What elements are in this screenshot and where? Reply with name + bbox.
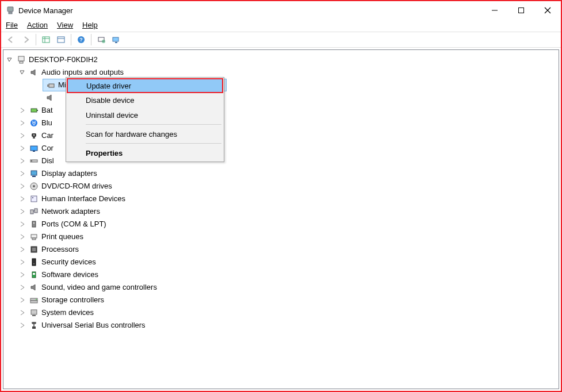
tree-category[interactable]: Network adapters bbox=[6, 205, 556, 218]
svg-rect-28 bbox=[33, 151, 35, 152]
chevron-right-icon[interactable] bbox=[18, 182, 26, 190]
menu-separator bbox=[86, 124, 221, 125]
chevron-right-icon[interactable] bbox=[18, 309, 26, 317]
svg-rect-32 bbox=[32, 176, 36, 177]
tree-root-label: DESKTOP-F0KDIH2 bbox=[29, 53, 98, 66]
maximize-button[interactable] bbox=[508, 2, 534, 19]
devices-button[interactable] bbox=[110, 33, 123, 46]
context-menu: Update driver Disable device Uninstall d… bbox=[66, 77, 224, 162]
svg-rect-42 bbox=[31, 235, 37, 238]
tree-category-label: Network adapters bbox=[41, 205, 100, 218]
menu-disable-device[interactable]: Disable device bbox=[67, 93, 223, 107]
scan-button[interactable] bbox=[95, 33, 108, 46]
tree-category[interactable]: Sound, video and game controllers bbox=[6, 281, 556, 294]
content-area: DESKTOP-F0KDIH2 Audio inputs and outputs… bbox=[3, 49, 559, 389]
toolbar-separator bbox=[36, 34, 36, 45]
properties-button[interactable] bbox=[55, 33, 67, 46]
chevron-right-icon[interactable] bbox=[18, 258, 26, 266]
menu-view[interactable]: View bbox=[57, 21, 73, 29]
chevron-down-icon[interactable] bbox=[6, 56, 14, 64]
svg-rect-22 bbox=[37, 110, 38, 111]
minimize-button[interactable] bbox=[481, 2, 508, 19]
svg-rect-31 bbox=[31, 171, 37, 175]
svg-rect-9 bbox=[58, 37, 64, 43]
chevron-right-icon[interactable] bbox=[18, 321, 26, 329]
tree-category[interactable]: Print queues bbox=[6, 230, 556, 243]
chevron-right-icon[interactable] bbox=[18, 132, 26, 140]
storage-icon bbox=[29, 295, 39, 305]
svg-rect-20 bbox=[47, 84, 49, 87]
toolbar-separator bbox=[71, 34, 71, 45]
svg-rect-19 bbox=[49, 84, 54, 87]
tree-category[interactable]: Universal Serial Bus controllers bbox=[6, 319, 556, 332]
svg-rect-53 bbox=[31, 310, 37, 314]
svg-rect-37 bbox=[30, 210, 33, 214]
menu-help[interactable]: Help bbox=[82, 21, 98, 29]
close-button[interactable] bbox=[534, 2, 561, 19]
usb-icon bbox=[29, 320, 39, 330]
svg-rect-16 bbox=[115, 42, 117, 43]
chevron-down-icon[interactable] bbox=[18, 68, 26, 76]
tree-category[interactable]: Ports (COM & LPT) bbox=[6, 218, 556, 230]
menu-action[interactable]: Action bbox=[27, 21, 48, 29]
printer-icon bbox=[29, 232, 39, 242]
chevron-right-icon[interactable] bbox=[18, 119, 26, 127]
tree-category[interactable]: System devices bbox=[6, 306, 556, 319]
svg-rect-38 bbox=[35, 209, 37, 213]
chevron-right-icon[interactable] bbox=[18, 271, 26, 279]
menu-item-label: Scan for hardware changes bbox=[86, 130, 177, 139]
svg-rect-51 bbox=[30, 301, 37, 303]
chevron-right-icon[interactable] bbox=[18, 233, 26, 241]
forward-button[interactable] bbox=[20, 33, 32, 46]
svg-rect-49 bbox=[33, 273, 35, 275]
toolbar: ? bbox=[1, 32, 561, 48]
menu-scan-hardware[interactable]: Scan for hardware changes bbox=[67, 126, 223, 141]
chevron-right-icon[interactable] bbox=[18, 245, 26, 253]
chevron-right-icon[interactable] bbox=[18, 220, 26, 228]
tree-category[interactable]: Storage controllers bbox=[6, 294, 556, 306]
battery-icon bbox=[29, 105, 39, 116]
menu-item-label: Uninstall device bbox=[86, 111, 138, 120]
microphone-icon bbox=[45, 80, 56, 90]
network-icon bbox=[29, 206, 39, 217]
menu-properties[interactable]: Properties bbox=[67, 145, 223, 160]
svg-point-41 bbox=[33, 222, 35, 224]
processor-icon bbox=[29, 244, 39, 255]
show-hide-button[interactable] bbox=[40, 33, 52, 46]
help-button[interactable]: ? bbox=[75, 33, 87, 46]
system-icon bbox=[29, 308, 39, 318]
menu-uninstall-device[interactable]: Uninstall device bbox=[67, 107, 223, 122]
ports-icon bbox=[29, 219, 39, 229]
tree-category[interactable]: Processors bbox=[6, 243, 556, 256]
chevron-right-icon[interactable] bbox=[18, 170, 26, 178]
menu-item-label: Update driver bbox=[86, 82, 131, 90]
tree-category[interactable]: Human Interface Devices bbox=[6, 193, 556, 205]
svg-rect-36 bbox=[32, 197, 33, 198]
tree-category[interactable]: DVD/CD-ROM drives bbox=[6, 180, 556, 193]
chevron-right-icon[interactable] bbox=[18, 195, 26, 203]
svg-rect-30 bbox=[31, 160, 32, 162]
disk-icon bbox=[29, 156, 39, 166]
chevron-right-icon[interactable] bbox=[18, 283, 26, 291]
chevron-right-icon[interactable] bbox=[18, 207, 26, 216]
tree-category[interactable]: Security devices bbox=[6, 256, 556, 268]
dvd-icon bbox=[29, 181, 39, 191]
menu-file[interactable]: File bbox=[6, 21, 18, 29]
tree-category-label: Bat bbox=[41, 104, 53, 117]
tree-category-label: Sound, video and game controllers bbox=[41, 281, 157, 294]
chevron-right-icon[interactable] bbox=[18, 144, 26, 152]
chevron-right-icon[interactable] bbox=[18, 157, 26, 165]
chevron-right-icon[interactable] bbox=[18, 296, 26, 304]
menu-update-driver[interactable]: Update driver bbox=[67, 78, 223, 93]
svg-point-34 bbox=[33, 185, 35, 187]
tree-category[interactable]: Software devices bbox=[6, 268, 556, 281]
tree-category-label: System devices bbox=[41, 306, 94, 319]
tree-root[interactable]: DESKTOP-F0KDIH2 bbox=[6, 53, 556, 66]
bluetooth-icon bbox=[29, 118, 39, 128]
window-controls bbox=[481, 2, 561, 19]
svg-rect-45 bbox=[32, 248, 36, 251]
speaker-icon bbox=[29, 67, 39, 78]
tree-category[interactable]: Display adapters bbox=[6, 167, 556, 180]
back-button[interactable] bbox=[5, 33, 17, 46]
chevron-right-icon[interactable] bbox=[18, 106, 26, 114]
